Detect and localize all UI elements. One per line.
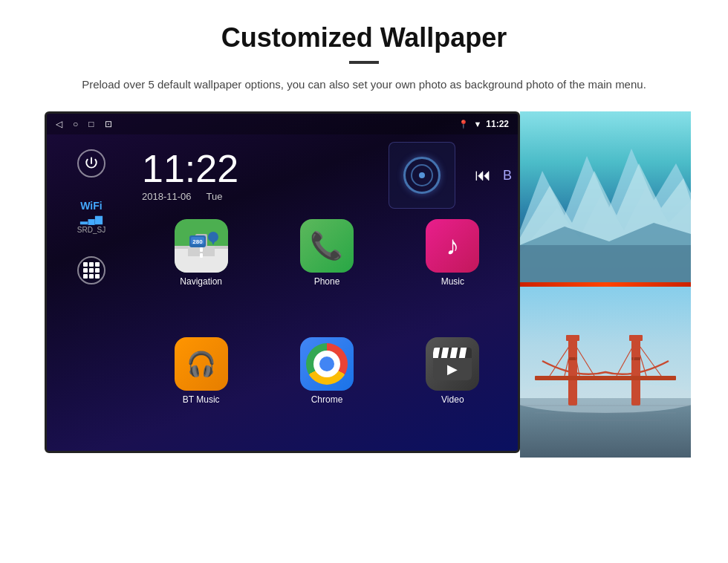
- date-value: 2018-11-06: [142, 191, 192, 202]
- play-symbol: ▶: [447, 361, 458, 377]
- wallpaper-panels: [520, 111, 691, 458]
- screenshot-icon: ⊡: [105, 119, 112, 129]
- phone-label: Phone: [314, 276, 340, 287]
- center-content: 11:22 2018-11-06 Tue: [136, 134, 518, 453]
- title-divider: [349, 61, 379, 64]
- chrome-middle-ring: [313, 351, 340, 377]
- wifi-center-dot: [419, 172, 425, 178]
- wallpaper-ice[interactable]: [520, 111, 691, 282]
- screen-container: ◁ ○ □ ⊡ 📍 ▼ 11:22: [45, 111, 683, 458]
- signal-icon: ▼: [473, 120, 481, 128]
- wifi-widget: [389, 142, 455, 209]
- svg-rect-23: [566, 335, 579, 341]
- apps-grid-button[interactable]: [77, 256, 105, 284]
- ice-scene-svg: [520, 111, 691, 282]
- recents-icon[interactable]: □: [88, 119, 94, 129]
- app-navigation[interactable]: 280 Navigation: [142, 219, 260, 330]
- ice-scene: [520, 111, 691, 282]
- media-controls: ⏮ B: [475, 166, 512, 185]
- bt-music-label: BT Music: [183, 394, 220, 405]
- wifi-inner-ring: [411, 164, 433, 186]
- wifi-wave-icon: [403, 157, 441, 194]
- app-music[interactable]: ♪ Music: [394, 219, 512, 330]
- track-label: B: [503, 168, 512, 183]
- music-icon: ♪: [426, 219, 479, 273]
- clock-block: 11:22 2018-11-06 Tue: [142, 149, 377, 202]
- navigation-label: Navigation: [180, 276, 222, 287]
- chrome-icon-wrapper: [300, 337, 354, 391]
- clapper-top: [433, 348, 472, 358]
- page-description: Preload over 5 default wallpaper options…: [59, 76, 669, 94]
- status-right: 📍 ▼ 11:22: [458, 119, 509, 129]
- wifi-info: WiFi ▂▄▆ SRD_SJ: [77, 200, 105, 234]
- clock-time: 11:22: [142, 149, 377, 188]
- grid-icon: [83, 262, 100, 279]
- svg-point-20: [520, 383, 691, 413]
- status-bar: ◁ ○ □ ⊡ 📍 ▼ 11:22: [47, 114, 518, 134]
- wallpaper-bridge[interactable]: [520, 287, 691, 458]
- page-title: Customized Wallpaper: [45, 22, 683, 53]
- video-label: Video: [441, 394, 464, 405]
- clock-area: 11:22 2018-11-06 Tue: [142, 142, 512, 209]
- wifi-bars: ▂▄▆: [77, 213, 105, 224]
- svg-rect-6: [200, 253, 203, 258]
- nav-icons: ◁ ○ □ ⊡: [56, 119, 112, 129]
- back-icon[interactable]: ◁: [56, 119, 62, 129]
- navigation-icon: 280: [175, 219, 228, 273]
- app-bt-music[interactable]: 🎧 BT Music: [142, 337, 260, 448]
- app-chrome[interactable]: Chrome: [267, 337, 386, 448]
- sidebar: WiFi ▂▄▆ SRD_SJ: [47, 134, 136, 453]
- chrome-icon: [306, 343, 348, 385]
- location-icon: 📍: [458, 120, 469, 129]
- svg-rect-24: [629, 335, 643, 341]
- music-symbol: ♪: [446, 230, 459, 261]
- phone-icon: 📞: [300, 219, 354, 273]
- power-button[interactable]: [77, 149, 105, 178]
- day-value: Tue: [207, 191, 223, 202]
- bridge-scene-svg: [520, 287, 691, 458]
- chrome-label: Chrome: [311, 394, 343, 405]
- android-device: ◁ ○ □ ⊡ 📍 ▼ 11:22: [45, 111, 520, 453]
- home-icon[interactable]: ○: [73, 119, 78, 129]
- status-time: 11:22: [486, 119, 509, 129]
- bt-icon: 🎧: [175, 337, 228, 391]
- bridge-scene: [520, 287, 691, 458]
- svg-rect-26: [631, 357, 640, 360]
- video-icon: ▶: [426, 337, 479, 391]
- app-phone[interactable]: 📞 Phone: [267, 219, 386, 330]
- clock-date: 2018-11-06 Tue: [142, 191, 377, 202]
- wifi-label: WiFi: [77, 200, 105, 212]
- prev-track-button[interactable]: ⏮: [475, 166, 491, 185]
- phone-symbol: 📞: [310, 230, 343, 261]
- chrome-center: [319, 357, 334, 371]
- bluetooth-symbol: 🎧: [186, 350, 216, 378]
- music-label: Music: [441, 276, 464, 287]
- app-video[interactable]: ▶ Video: [394, 337, 512, 448]
- svg-rect-27: [535, 376, 676, 380]
- svg-text:280: 280: [192, 238, 203, 245]
- app-grid: 280 Navigation 📞 Ph: [142, 219, 512, 448]
- clapper-icon: ▶: [433, 348, 472, 380]
- svg-rect-5: [200, 247, 203, 252]
- svg-rect-16: [520, 245, 691, 282]
- clapper-body: ▶: [433, 358, 472, 380]
- main-content: WiFi ▂▄▆ SRD_SJ: [47, 134, 518, 453]
- wifi-ssid: SRD_SJ: [77, 226, 105, 234]
